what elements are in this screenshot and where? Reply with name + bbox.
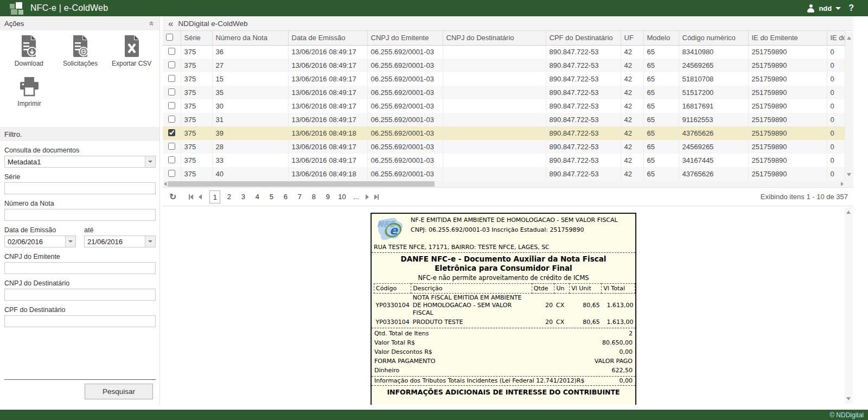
scroll-down-icon[interactable] bbox=[846, 397, 851, 400]
col-serie[interactable]: Série bbox=[181, 31, 212, 45]
row-checkbox[interactable] bbox=[168, 170, 175, 177]
data-emissao-ate-select[interactable]: 21/06/2016 bbox=[84, 236, 156, 247]
consulta-select[interactable]: Metadata1 bbox=[4, 156, 156, 168]
page-number[interactable]: 4 bbox=[252, 190, 263, 203]
pager-status: Exibindo itens 1 - 10 de 357 bbox=[761, 193, 848, 201]
col-codigo-numerico[interactable]: Código numérico bbox=[679, 31, 748, 45]
page-number[interactable]: 2 bbox=[224, 190, 234, 203]
pesquisar-button[interactable]: Pesquisar bbox=[85, 384, 153, 399]
row-checkbox[interactable] bbox=[168, 61, 175, 68]
actions-panel-header: Ações « bbox=[0, 16, 159, 30]
table-row[interactable]: 375 28 13/06/2016 08:49:17 06.255.692/00… bbox=[163, 140, 845, 154]
divider bbox=[4, 379, 156, 380]
page-number[interactable]: 8 bbox=[308, 190, 319, 203]
danfe-address: RUA TESTE NFCE, 17171, BAIRRO: TESTE NFC… bbox=[372, 243, 635, 253]
page-number[interactable]: ... bbox=[350, 190, 361, 203]
select-all-checkbox[interactable] bbox=[166, 34, 173, 41]
table-row[interactable]: 375 40 13/06/2016 08:49:18 06.255.692/00… bbox=[163, 167, 845, 181]
page-number[interactable]: 9 bbox=[322, 190, 333, 203]
exportar-csv-button[interactable]: Exportar CSV bbox=[106, 35, 157, 67]
scroll-up-icon[interactable] bbox=[846, 211, 851, 214]
scroll-down-icon[interactable] bbox=[847, 173, 851, 176]
imprimir-button[interactable]: Imprimir bbox=[3, 76, 55, 107]
main-area: « NDDigital e-ColdWeb Série Número da No… bbox=[163, 16, 853, 405]
row-checkbox[interactable] bbox=[168, 116, 175, 123]
col-cpf-destinatario[interactable]: CPF do Destinatário bbox=[546, 31, 621, 45]
cnpj-emitente-input[interactable] bbox=[4, 262, 156, 274]
col-numero-nota[interactable]: Número da Nota bbox=[212, 31, 288, 45]
grid-vertical-scrollbar[interactable] bbox=[845, 32, 853, 181]
chevron-down-icon[interactable] bbox=[145, 156, 155, 167]
table-row[interactable]: 375 35 13/06/2016 08:49:17 06.255.692/00… bbox=[163, 86, 845, 99]
refresh-icon[interactable]: ↻ bbox=[169, 192, 176, 202]
col-modelo[interactable]: Modelo bbox=[643, 31, 679, 45]
download-button[interactable]: Download bbox=[3, 35, 55, 67]
cpf-destinatario-input[interactable] bbox=[4, 315, 156, 327]
page-number[interactable]: 6 bbox=[280, 190, 291, 203]
danfe-total-row: Qtd. Total de Itens2 bbox=[372, 329, 635, 338]
cnpj-destinatario-input[interactable] bbox=[4, 289, 156, 301]
scroll-right-icon[interactable] bbox=[841, 182, 844, 186]
first-page-button[interactable] bbox=[189, 194, 193, 200]
danfe-items-table: Código Descrição Qtde Un Vl Unit Vl Tota… bbox=[374, 283, 635, 327]
danfe-title: DANFE NFC-e - Documento Auxiliar da Nota… bbox=[372, 253, 635, 273]
download-document-icon bbox=[18, 35, 39, 58]
last-page-button[interactable] bbox=[374, 194, 379, 200]
col-cnpj-emitente[interactable]: CNPJ do Emitente bbox=[367, 31, 443, 45]
collapse-panel-icon[interactable]: « bbox=[148, 21, 156, 26]
row-checkbox[interactable] bbox=[168, 48, 175, 55]
col-data-emissao[interactable]: Data de Emissão bbox=[288, 31, 367, 45]
app-title: NFC-e | e-ColdWeb bbox=[30, 3, 108, 13]
danfe-document: NFC e NF-E EMITIDA EM AMBIENTE DE HOMOLO… bbox=[371, 213, 636, 405]
nfce-logo-icon: NFC e bbox=[374, 215, 406, 243]
user-menu[interactable]: ndd bbox=[807, 4, 841, 12]
chevron-down-icon[interactable] bbox=[145, 236, 155, 247]
row-checkbox[interactable] bbox=[168, 129, 175, 136]
table-row[interactable]: 375 39 13/06/2016 08:49:18 06.255.692/00… bbox=[163, 126, 845, 140]
page-number[interactable]: 1 bbox=[209, 190, 220, 203]
col-cnpj-destinatario[interactable]: CNPJ do Destinatário bbox=[443, 31, 546, 45]
table-row[interactable]: 375 36 13/06/2016 08:49:17 06.255.692/00… bbox=[163, 45, 845, 59]
previous-page-button[interactable] bbox=[199, 194, 202, 200]
row-checkbox[interactable] bbox=[168, 102, 175, 109]
preview-vertical-scrollbar[interactable] bbox=[845, 207, 853, 404]
danfe-info-heading: INFORMAÇÕES ADICIONAIS DE INTERESSE DO C… bbox=[372, 386, 635, 398]
solicitacoes-label: Solicitações bbox=[63, 60, 98, 67]
data-emissao-de-select[interactable]: 02/06/2016 bbox=[4, 236, 76, 247]
table-row[interactable]: 375 33 13/06/2016 08:49:17 06.255.692/00… bbox=[163, 154, 845, 167]
danfe-col-vl-unit: Vl Unit bbox=[570, 283, 602, 293]
consulta-value: Metadata1 bbox=[8, 158, 41, 166]
help-button[interactable]: ? bbox=[848, 3, 854, 13]
scroll-left-icon[interactable] bbox=[164, 182, 167, 186]
grid-horizontal-scrollbar[interactable] bbox=[163, 181, 853, 187]
col-ie-emitente[interactable]: IE do Emitente bbox=[748, 31, 827, 45]
chevron-down-icon[interactable] bbox=[65, 236, 75, 247]
numero-nota-input[interactable] bbox=[4, 209, 156, 221]
solicitacoes-button[interactable]: Solicitações bbox=[55, 35, 106, 67]
page-number[interactable]: 3 bbox=[238, 190, 248, 203]
danfe-subtitle: NFC-e não permite aproveitamento de créd… bbox=[372, 273, 635, 283]
row-checkbox[interactable] bbox=[168, 75, 175, 82]
scrollbar-thumb[interactable] bbox=[168, 181, 435, 187]
danfe-col-un: Un bbox=[554, 283, 570, 293]
user-icon bbox=[807, 4, 815, 12]
row-checkbox[interactable] bbox=[168, 156, 175, 163]
danfe-totals: Qtd. Total de Itens2 Valor Total R$80.65… bbox=[372, 328, 635, 375]
danfe-item-row: YP0330104 PRODUTO TESTE 20 CX 80,65 1.61… bbox=[374, 318, 635, 327]
col-uf[interactable]: UF bbox=[621, 31, 643, 45]
collapse-left-icon[interactable]: « bbox=[168, 19, 173, 28]
page-number[interactable]: 7 bbox=[294, 190, 305, 203]
scroll-up-icon[interactable] bbox=[847, 36, 851, 40]
row-checkbox[interactable] bbox=[168, 88, 175, 96]
next-page-button[interactable] bbox=[366, 194, 369, 200]
page-number[interactable]: 5 bbox=[266, 190, 277, 203]
col-ie-destinatario[interactable]: IE do bbox=[827, 31, 845, 45]
row-checkbox[interactable] bbox=[168, 143, 175, 150]
page-number[interactable]: 10 bbox=[336, 190, 347, 203]
csv-document-icon bbox=[122, 35, 142, 58]
table-row[interactable]: 375 15 13/06/2016 08:49:17 06.255.692/00… bbox=[163, 72, 845, 86]
serie-input[interactable] bbox=[4, 182, 156, 194]
table-row[interactable]: 375 27 13/06/2016 08:49:17 06.255.692/00… bbox=[163, 59, 845, 72]
table-row[interactable]: 375 30 13/06/2016 08:49:17 06.255.692/00… bbox=[163, 99, 845, 113]
table-row[interactable]: 375 31 13/06/2016 08:49:17 06.255.692/00… bbox=[163, 113, 845, 126]
